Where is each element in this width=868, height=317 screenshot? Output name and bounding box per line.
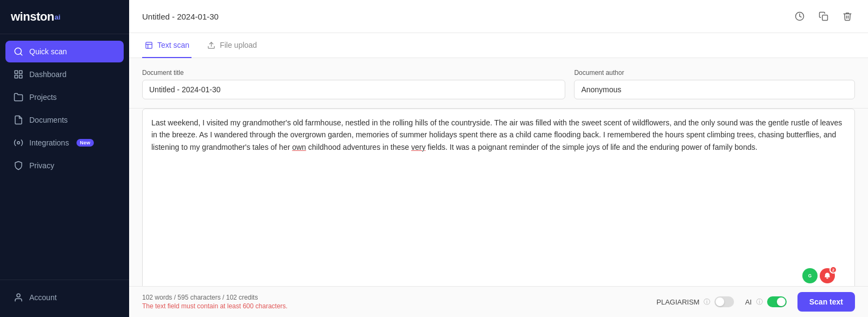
ai-info-icon[interactable]: ⓘ (756, 297, 763, 307)
account-icon (13, 292, 24, 303)
logo-area: winstonai (0, 0, 129, 34)
sidebar-item-label: Projects (29, 93, 57, 102)
title-input[interactable] (142, 80, 565, 99)
integrations-badge: New (76, 139, 93, 147)
footer-left: 102 words / 595 characters / 102 credits… (142, 294, 288, 310)
file-upload-icon (207, 41, 215, 49)
ai-toggle[interactable] (767, 296, 787, 307)
sidebar-item-projects[interactable]: Projects (5, 86, 124, 108)
scan-text-button[interactable]: Scan text (797, 292, 855, 312)
sidebar-item-dashboard[interactable]: Dashboard (5, 64, 124, 85)
tab-file-upload[interactable]: File upload (205, 33, 259, 58)
sidebar-item-label: Dashboard (29, 70, 67, 79)
svg-rect-5 (20, 75, 22, 78)
sidebar-item-integrations[interactable]: Integrations New (5, 132, 124, 154)
header-actions (792, 9, 855, 24)
form-area: Document title Document author (129, 58, 868, 109)
sidebar-item-documents[interactable]: Documents (5, 109, 124, 131)
tab-text-scan-label: Text scan (157, 41, 189, 49)
plagiarism-info-icon[interactable]: ⓘ (704, 297, 710, 307)
text-scan-icon (144, 41, 153, 49)
footer: 102 words / 595 characters / 102 credits… (129, 286, 868, 317)
tabs: Text scan File upload (129, 33, 868, 58)
ai-toggle-group: AI ⓘ (745, 296, 786, 307)
author-input[interactable] (574, 80, 855, 99)
dashboard-icon (13, 69, 24, 80)
sidebar-item-label: Integrations (29, 138, 69, 147)
author-group: Document author (574, 69, 855, 99)
floating-icons: G 2 (802, 268, 835, 283)
sidebar-bottom: Account (0, 280, 129, 317)
sidebar-item-account[interactable]: Account (5, 287, 124, 308)
main-content: Untitled - 2024-01-30 (129, 0, 868, 317)
svg-point-7 (17, 294, 20, 297)
plagiarism-toggle[interactable] (714, 296, 734, 307)
svg-rect-9 (822, 15, 828, 21)
word-count: 102 words / 595 characters / 102 credits (142, 294, 288, 301)
author-label: Document author (574, 69, 855, 77)
text-area-container: Last weekend, I visited my grandmother's… (129, 109, 868, 286)
text-highlighted-very: very (411, 143, 425, 151)
footer-right: PLAGIARISM ⓘ AI ⓘ Scan text (656, 292, 855, 312)
sidebar: winstonai Quick scan Dashboard (0, 0, 129, 317)
app-name: winston (11, 10, 54, 24)
plagiarism-label: PLAGIARISM (656, 298, 699, 306)
error-message: The text field must contain at least 600… (142, 302, 288, 310)
main-header: Untitled - 2024-01-30 (129, 0, 868, 33)
svg-rect-10 (145, 42, 151, 48)
text-content-after: childhood adventures in these (306, 143, 411, 151)
textarea-wrapper: Last weekend, I visited my grandmother's… (142, 109, 855, 286)
form-row: Document title Document author (142, 69, 855, 99)
editor-content[interactable]: Last weekend, I visited my grandmother's… (143, 109, 854, 286)
title-group: Document title (142, 69, 565, 99)
notification-badge: 2 (829, 266, 837, 274)
tab-file-upload-label: File upload (220, 41, 257, 49)
scan-icon (13, 46, 24, 57)
document-title-header: Untitled - 2024-01-30 (142, 12, 219, 21)
svg-line-1 (20, 53, 22, 55)
app-name-suffix: ai (55, 13, 61, 21)
ai-label: AI (745, 298, 751, 306)
sidebar-item-label: Account (29, 293, 57, 302)
svg-rect-2 (15, 71, 17, 73)
sidebar-item-label: Documents (29, 116, 68, 124)
sidebar-item-quick-scan[interactable]: Quick scan (5, 41, 124, 62)
projects-icon (13, 92, 24, 103)
sidebar-item-label: Quick scan (29, 47, 67, 56)
privacy-icon (13, 160, 24, 171)
svg-rect-3 (20, 71, 22, 73)
notification-icon[interactable]: 2 (820, 268, 835, 283)
sidebar-item-privacy[interactable]: Privacy (5, 155, 124, 176)
integrations-icon (13, 137, 24, 148)
plagiarism-toggle-group: PLAGIARISM ⓘ (656, 296, 734, 307)
grammarly-icon[interactable]: G (802, 268, 818, 283)
sidebar-item-label: Privacy (29, 161, 54, 170)
svg-text:G: G (808, 274, 812, 278)
svg-point-6 (17, 142, 20, 144)
text-content-end: fields. It was a poignant reminder of th… (425, 143, 757, 151)
copy-button[interactable] (816, 9, 831, 24)
title-label: Document title (142, 69, 565, 77)
svg-rect-4 (15, 75, 17, 78)
documents-icon (13, 115, 24, 125)
delete-button[interactable] (840, 9, 855, 24)
text-highlighted-own: own (292, 143, 306, 151)
tab-text-scan[interactable]: Text scan (142, 33, 192, 58)
history-button[interactable] (792, 9, 807, 24)
sidebar-nav: Quick scan Dashboard Projects (0, 34, 129, 280)
